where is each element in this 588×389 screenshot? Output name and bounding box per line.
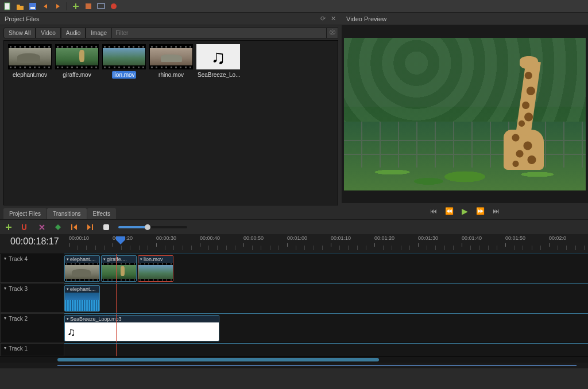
filter-input[interactable] [112, 28, 327, 38]
timeline-track: ▾Track 3▾elephant.... [0, 283, 588, 313]
save-file-icon[interactable] [29, 2, 37, 10]
track-lane[interactable] [64, 343, 588, 356]
chevron-down-icon[interactable]: ▾ [4, 345, 6, 351]
ruler-tick: 00:00:50 [243, 235, 264, 241]
undo-icon[interactable] [41, 2, 49, 10]
panel-refresh-icon[interactable]: ⟳ [319, 15, 327, 23]
redo-icon[interactable] [54, 2, 62, 10]
add-track-button[interactable] [5, 223, 13, 231]
media-label: giraffe.mov [61, 71, 92, 79]
separator [67, 2, 67, 10]
chevron-down-icon[interactable]: ▾ [67, 257, 69, 262]
jump-end-button[interactable]: ⏭ [493, 207, 500, 215]
filter-video-button[interactable]: Video [36, 28, 60, 38]
video-thumb [102, 44, 146, 69]
zoom-handle[interactable] [145, 224, 150, 230]
scrollbar-thumb[interactable] [57, 358, 379, 361]
timeline-clip[interactable]: ▾SeaBreeze_Loop.mp3♫ [64, 315, 219, 341]
panel-close-icon[interactable]: ✕ [329, 15, 337, 23]
panel-tab[interactable]: Effects [87, 208, 116, 219]
ruler-tick: 00:00:30 [156, 235, 176, 241]
rewind-button[interactable]: ⏪ [445, 207, 454, 215]
filter-show-all-button[interactable]: Show All [3, 28, 36, 38]
clip-label: elephant.... [70, 286, 96, 292]
media-item[interactable]: elephant.mov [7, 44, 52, 79]
filter-clear-button[interactable]: ⓧ [327, 28, 338, 38]
playhead-line [116, 344, 117, 356]
project-files-title: Project Files [5, 15, 40, 22]
panel-tab[interactable]: Project Files [3, 208, 47, 219]
forward-button[interactable]: ⏩ [476, 207, 485, 215]
chevron-down-icon[interactable]: ▾ [4, 256, 6, 261]
svg-rect-7 [92, 224, 93, 230]
play-button[interactable]: ▶ [462, 207, 468, 216]
add-icon[interactable] [72, 2, 80, 10]
playhead-line [116, 314, 117, 343]
svg-point-5 [111, 3, 117, 9]
timeline-clip[interactable]: ▾lion.mov [138, 255, 173, 282]
svg-rect-0 [5, 3, 10, 10]
timeline-scrollbar[interactable] [0, 357, 588, 363]
svg-rect-2 [30, 7, 35, 9]
track-header[interactable]: ▾Track 2 [0, 313, 64, 343]
razor-button[interactable] [38, 223, 46, 231]
snap-button[interactable] [21, 223, 30, 231]
zoom-fit-button[interactable] [102, 223, 110, 231]
track-header[interactable]: ▾Track 3 [0, 283, 64, 313]
fullscreen-icon[interactable] [97, 2, 105, 10]
zoom-slider[interactable] [118, 226, 187, 228]
timeline-track: ▾Track 2▾SeaBreeze_Loop.mp3♫ [0, 313, 588, 343]
filter-audio-button[interactable]: Audio [61, 28, 86, 38]
media-item[interactable]: giraffe.mov [55, 44, 99, 79]
video-thumb [149, 44, 193, 69]
timeline-clip[interactable]: ▾elephant.... [64, 255, 100, 282]
ruler-tick: 00:01:10 [331, 235, 351, 241]
chevron-down-icon[interactable]: ▾ [103, 257, 106, 262]
chevron-down-icon[interactable]: ▾ [4, 286, 6, 291]
svg-rect-3 [86, 3, 91, 9]
record-icon[interactable] [110, 2, 118, 10]
media-filter-row: Show All Video Audio Image ⓧ [0, 25, 342, 40]
prev-marker-button[interactable] [70, 223, 78, 231]
audio-thumb: ♫ [196, 44, 240, 69]
chevron-down-icon[interactable]: ▾ [4, 316, 6, 321]
filter-image-button[interactable]: Image [86, 28, 112, 38]
next-marker-button[interactable] [86, 223, 94, 231]
chevron-down-icon[interactable]: ▾ [67, 317, 69, 321]
playhead-marker[interactable] [116, 236, 125, 244]
chevron-down-icon[interactable]: ▾ [140, 257, 142, 262]
open-file-icon[interactable] [16, 2, 24, 10]
properties-icon[interactable] [84, 2, 92, 10]
media-item[interactable]: rhino.mov [149, 44, 194, 79]
track-header[interactable]: ▾Track 1 [0, 343, 64, 356]
marker-add-button[interactable] [54, 223, 62, 231]
panel-tabs: Project FilesTransitionsEffects [0, 205, 342, 219]
preview-canvas[interactable] [344, 38, 586, 190]
chevron-down-icon[interactable]: ▾ [67, 287, 69, 291]
jump-start-button[interactable]: ⏮ [430, 207, 437, 215]
svg-rect-4 [98, 3, 105, 9]
track-header[interactable]: ▾Track 4 [0, 254, 64, 283]
track-lane[interactable]: ▾elephant.... [64, 283, 588, 313]
timeline-clip[interactable]: ▾giraffe.... [101, 255, 137, 282]
timeline-clip[interactable]: ▾elephant.... [64, 285, 100, 312]
media-label: lion.mov [112, 71, 136, 79]
track-lane[interactable]: ▾elephant....▾giraffe....▾lion.mov [64, 254, 588, 283]
track-name: Track 4 [9, 256, 28, 262]
media-item[interactable]: ♫SeaBreeze_Lo... [196, 44, 241, 79]
preview-area [342, 25, 588, 203]
timeline-ruler[interactable]: 00:00:18:17 00:00:1000:00:2000:00:3000:0… [0, 234, 588, 254]
track-name: Track 3 [9, 286, 28, 292]
main-toolbar [0, 0, 588, 13]
media-label: rhino.mov [157, 71, 185, 79]
video-thumb [8, 44, 52, 69]
media-item[interactable]: lion.mov [102, 44, 146, 79]
ruler-tick: 00:01:50 [505, 235, 525, 241]
new-file-icon[interactable] [3, 2, 11, 10]
ruler-tick: 00:02:0 [549, 235, 566, 241]
ruler-tick: 00:00:40 [200, 235, 220, 241]
track-lane[interactable]: ▾SeaBreeze_Loop.mp3♫ [64, 313, 588, 343]
ruler-tick: 00:01:20 [374, 235, 394, 241]
playback-controls: ⏮ ⏪ ▶ ⏩ ⏭ [342, 203, 588, 219]
panel-tab[interactable]: Transitions [47, 208, 87, 219]
